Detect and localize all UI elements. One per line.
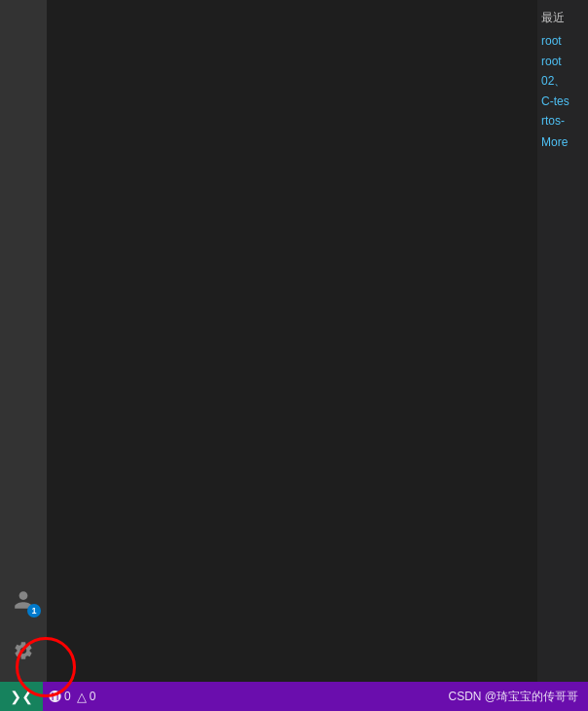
- right-panel: 最近 root root 02、 C-tes rtos- More: [537, 0, 588, 682]
- status-bar-left: ⓫ 0 △ 0: [43, 690, 95, 704]
- account-badge: 1: [27, 604, 41, 617]
- editor-area: [47, 0, 537, 682]
- status-bar: ❯❮ ⓫ 0 △ 0 CSDN @琦宝宝的传哥哥: [0, 682, 588, 711]
- recent-link-1[interactable]: root: [541, 31, 584, 51]
- remote-icon: ❯❮: [10, 689, 33, 704]
- warnings-count: 0: [90, 690, 96, 703]
- remote-button[interactable]: ❯❮: [0, 682, 43, 711]
- account-icon[interactable]: 1: [0, 577, 47, 623]
- errors-count: 0: [64, 690, 71, 703]
- error-circle-icon: ⓫: [49, 690, 61, 704]
- errors-item[interactable]: ⓫ 0: [49, 690, 71, 704]
- right-panel-content: 最近 root root 02、 C-tes rtos- More: [537, 0, 588, 161]
- warnings-item[interactable]: △ 0: [77, 690, 96, 704]
- csdn-label: CSDN @琦宝宝的传哥哥: [448, 690, 578, 703]
- warning-triangle-icon: △: [77, 690, 87, 704]
- gear-svg: [13, 640, 34, 661]
- activity-bar-bottom: 1: [0, 577, 47, 682]
- recent-link-2[interactable]: root: [541, 52, 584, 71]
- recent-link-4[interactable]: C-tes: [541, 92, 584, 111]
- recent-link-3[interactable]: 02、: [541, 71, 584, 91]
- settings-icon[interactable]: [0, 627, 47, 674]
- recent-title: 最近: [541, 8, 584, 27]
- status-bar-right: CSDN @琦宝宝的传哥哥: [448, 689, 588, 705]
- recent-link-5[interactable]: rtos-: [541, 111, 584, 131]
- activity-bar-top: [0, 8, 47, 577]
- activity-bar: 1: [0, 0, 47, 682]
- more-link[interactable]: More: [541, 132, 584, 152]
